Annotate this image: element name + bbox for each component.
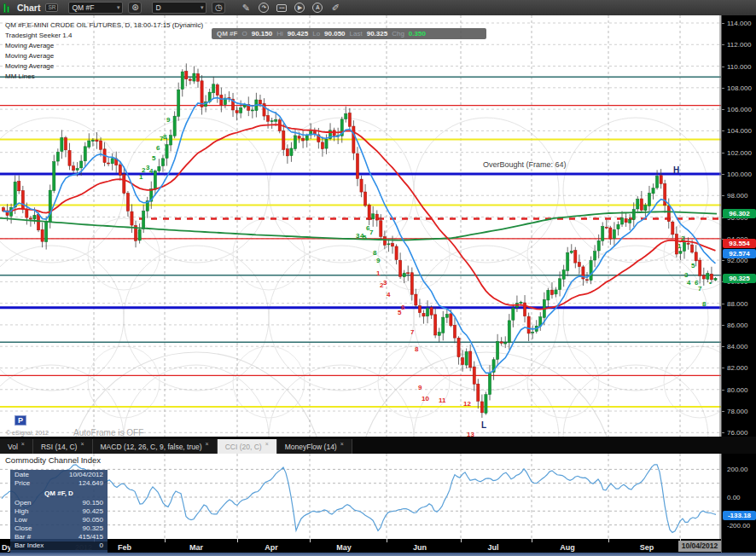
interval-value: D	[155, 3, 160, 12]
price-tick-label: 84.000	[727, 343, 747, 350]
quote-fields: O90.150Hi90.425Lo90.050Last90.325Chg0.35…	[241, 30, 425, 38]
price-axis[interactable]: 114.000112.000110.000108.000106.000104.0…	[721, 15, 756, 556]
price-tick-label: 106.000	[727, 106, 752, 113]
axis-tick	[722, 346, 724, 347]
quote-symbol: QM #F	[217, 30, 237, 38]
axis-tick	[722, 174, 724, 175]
month-label-may: May	[336, 543, 352, 552]
auto-icon[interactable]: A	[312, 3, 323, 13]
time-tick	[165, 539, 166, 542]
data-window-label: Close	[15, 524, 32, 533]
data-window-label: Price	[15, 479, 30, 488]
symbol-lookup-icon[interactable]: ⊛	[128, 2, 142, 14]
axis-tick	[722, 432, 724, 433]
tab-label: RSI (14, C)	[41, 440, 78, 454]
copyright-text: © eSignal, 2012	[6, 430, 49, 436]
tab-macd-12-26-c-9-false-true[interactable]: MACD (12, 26, C, 9, false, true)×	[93, 439, 218, 454]
overbought-label: OverBought (Frame: 64)	[483, 160, 567, 169]
close-icon[interactable]: ×	[340, 437, 344, 451]
axis-tick	[722, 67, 724, 67]
quote-field-label: O	[241, 30, 247, 38]
quote-bar: QM #F O90.150Hi90.425Lo90.050Last90.325C…	[212, 28, 486, 39]
time-tick	[608, 539, 609, 542]
time-tick	[532, 539, 532, 542]
data-window-row: Bar #415/415	[10, 533, 108, 542]
data-window: Date10/04/2012Price124.649QM #F, DOpen90…	[10, 470, 108, 556]
axis-tick	[722, 109, 724, 110]
axis-tick	[722, 304, 724, 304]
tab-vol[interactable]: Vol×	[0, 439, 33, 454]
month-label-apr: Apr	[265, 543, 278, 552]
price-tick-label: 100.000	[727, 171, 752, 178]
quote-field-value: 90.150	[252, 30, 272, 38]
current-date-badge: 10/04/2012	[678, 541, 721, 552]
price-badge: 93.554	[723, 239, 756, 248]
price-badge: 96.302	[723, 209, 756, 218]
cci-panel[interactable]: Commodity Channel Index	[0, 454, 721, 539]
time-interval-icon[interactable]: ◷	[212, 2, 225, 14]
chevron-down-icon: ▾	[117, 4, 120, 11]
symbol-value: QM #F	[72, 3, 94, 12]
pointer-mode-badge[interactable]: P	[15, 415, 26, 426]
data-window-header: QM #F, D	[10, 488, 108, 499]
price-tick-label: 76.000	[727, 429, 747, 437]
quote-field-value: 90.325	[367, 30, 387, 38]
price-tick-label: 82.000	[727, 364, 747, 372]
close-icon[interactable]: ×	[80, 437, 84, 451]
data-window-value: 415/415	[79, 533, 103, 542]
axis-tick	[722, 130, 724, 131]
study-label-ma2: Moving Average	[5, 52, 54, 60]
autoframe-status: AutoFrame is OFF	[73, 428, 143, 437]
axis-tick	[722, 195, 724, 196]
draw-pencil-icon[interactable]: ✎	[241, 2, 251, 14]
cci-title: Commodity Channel Index	[5, 455, 101, 465]
price-tick-label: 78.000	[727, 408, 747, 415]
data-window-label: Date	[15, 471, 29, 479]
price-tick-label: 110.000	[727, 63, 751, 71]
data-window-value: 90.425	[83, 507, 103, 516]
axis-tick	[722, 153, 724, 153]
window-badge: SR	[45, 3, 58, 12]
time-tick	[387, 539, 387, 542]
tab-label: Vol	[8, 440, 18, 454]
close-icon[interactable]: ×	[21, 437, 25, 451]
tab-moneyflow-14[interactable]: MoneyFlow (14)×	[277, 439, 352, 454]
quote-field-value: 0.350	[409, 30, 426, 38]
comment-icon[interactable]: •••	[276, 4, 287, 12]
cci-plot	[0, 454, 721, 539]
quote-field-label: Hi	[276, 30, 283, 38]
study-label-seeker: Tradesight Seeker 1.4	[5, 32, 72, 39]
replay-icon[interactable]: ↷	[259, 3, 269, 13]
eraser-icon[interactable]: ✐	[330, 2, 340, 14]
symbol-dropdown[interactable]: QM #F ▾	[68, 2, 123, 14]
chart-app-icon	[3, 3, 11, 13]
cci-value-badge: -133.18	[723, 511, 756, 520]
quote-field-value: 90.425	[288, 30, 308, 38]
close-icon[interactable]: ×	[206, 437, 209, 451]
window-title: Chart	[17, 3, 40, 13]
study-label-mmlines: MM Lines	[5, 72, 35, 80]
data-window-row: Bar Index0	[10, 542, 108, 550]
axis-tick	[722, 325, 724, 326]
data-window-label: Bar #	[15, 533, 31, 542]
tab-cci-20-c[interactable]: CCI (20, C)×	[218, 439, 277, 454]
axis-tick	[722, 368, 724, 368]
interval-dropdown[interactable]: D ▾	[152, 2, 206, 14]
data-window-value: 10/04/2012	[69, 471, 103, 479]
cci-tick-label: 0.00	[727, 494, 741, 501]
play-icon[interactable]: ▶	[294, 3, 305, 13]
axis-tick	[722, 44, 724, 45]
data-window-row: High90.425	[10, 507, 108, 516]
tab-label: MACD (12, 26, C, 9, false, true)	[101, 440, 202, 454]
window-bottom-edge	[0, 553, 756, 556]
month-label-feb: Feb	[118, 543, 131, 552]
close-icon[interactable]: ×	[265, 437, 269, 451]
cci-tick-label: -200.00	[727, 522, 750, 530]
price-tick-label: 88.000	[727, 300, 747, 308]
price-chart[interactable]: QM #F,E-MINI CRUDE OIL FUTURES, D, 18:00…	[0, 15, 721, 437]
toolbar: Chart SR QM #F ▾ ⊛ D ▾ ◷ ✎↷•••▶A✐	[0, 0, 756, 15]
data-window-row: Open90.150	[10, 499, 108, 507]
quote-field-label: Chg	[392, 30, 404, 38]
tab-rsi-14-c[interactable]: RSI (14, C)×	[33, 439, 93, 454]
chart-title: QM #F,E-MINI CRUDE OIL FUTURES, D, 18:00…	[5, 21, 203, 29]
